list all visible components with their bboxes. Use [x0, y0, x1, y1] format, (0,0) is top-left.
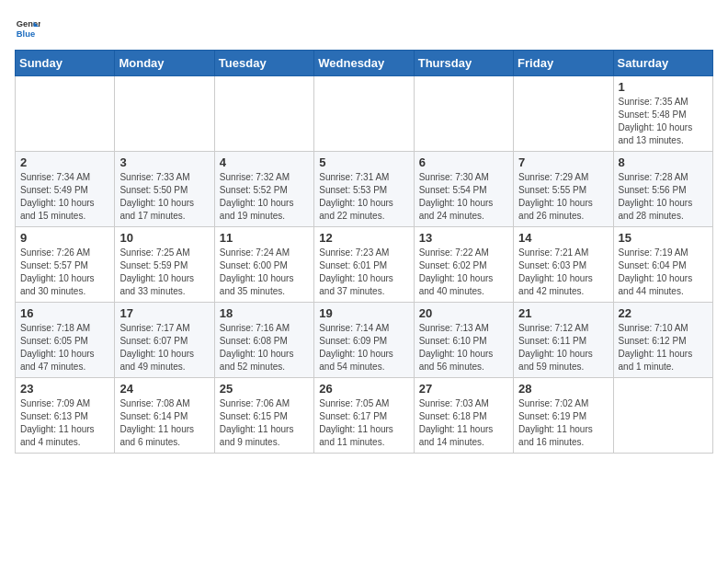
day-info: Sunrise: 7:32 AM Sunset: 5:52 PM Dayligh…	[220, 171, 309, 223]
calendar: SundayMondayTuesdayWednesdayThursdayFrid…	[15, 50, 713, 454]
day-number: 20	[419, 306, 508, 320]
day-number: 25	[220, 382, 309, 396]
calendar-cell: 17Sunrise: 7:17 AM Sunset: 6:07 PM Dayli…	[115, 303, 214, 378]
calendar-cell	[214, 76, 313, 152]
calendar-cell: 19Sunrise: 7:14 AM Sunset: 6:09 PM Dayli…	[314, 303, 414, 378]
day-number: 23	[20, 382, 109, 396]
day-info: Sunrise: 7:26 AM Sunset: 5:57 PM Dayligh…	[20, 247, 109, 298]
day-number: 6	[419, 155, 508, 169]
calendar-cell: 5Sunrise: 7:31 AM Sunset: 5:53 PM Daylig…	[314, 152, 414, 227]
day-number: 27	[419, 382, 508, 396]
svg-text:Blue: Blue	[17, 29, 35, 39]
day-number: 17	[119, 306, 209, 320]
calendar-cell: 18Sunrise: 7:16 AM Sunset: 6:08 PM Dayli…	[214, 303, 313, 378]
calendar-cell: 3Sunrise: 7:33 AM Sunset: 5:50 PM Daylig…	[115, 152, 214, 227]
day-number: 7	[518, 155, 608, 169]
day-number: 24	[119, 382, 209, 396]
weekday-header-row: SundayMondayTuesdayWednesdayThursdayFrid…	[16, 51, 713, 76]
day-number: 22	[619, 306, 708, 320]
day-info: Sunrise: 7:17 AM Sunset: 6:07 PM Dayligh…	[119, 322, 209, 373]
day-number: 9	[20, 231, 109, 245]
calendar-cell: 12Sunrise: 7:23 AM Sunset: 6:01 PM Dayli…	[314, 227, 414, 303]
day-info: Sunrise: 7:05 AM Sunset: 6:17 PM Dayligh…	[319, 397, 408, 449]
day-number: 10	[119, 231, 209, 245]
calendar-cell	[414, 76, 513, 152]
calendar-cell: 7Sunrise: 7:29 AM Sunset: 5:55 PM Daylig…	[514, 152, 613, 227]
day-number: 18	[220, 306, 309, 320]
calendar-cell	[115, 76, 214, 152]
day-info: Sunrise: 7:30 AM Sunset: 5:54 PM Dayligh…	[419, 171, 508, 223]
day-number: 13	[419, 231, 508, 245]
calendar-cell: 21Sunrise: 7:12 AM Sunset: 6:11 PM Dayli…	[514, 303, 613, 378]
week-row-3: 9Sunrise: 7:26 AM Sunset: 5:57 PM Daylig…	[16, 227, 713, 303]
calendar-cell: 28Sunrise: 7:02 AM Sunset: 6:19 PM Dayli…	[514, 378, 613, 454]
day-number: 3	[119, 155, 209, 169]
week-row-1: 1Sunrise: 7:35 AM Sunset: 5:48 PM Daylig…	[16, 76, 713, 152]
day-info: Sunrise: 7:13 AM Sunset: 6:10 PM Dayligh…	[419, 322, 508, 373]
day-number: 1	[619, 80, 708, 94]
calendar-cell: 20Sunrise: 7:13 AM Sunset: 6:10 PM Dayli…	[414, 303, 513, 378]
calendar-cell: 23Sunrise: 7:09 AM Sunset: 6:13 PM Dayli…	[16, 378, 115, 454]
calendar-cell: 4Sunrise: 7:32 AM Sunset: 5:52 PM Daylig…	[214, 152, 313, 227]
calendar-cell: 26Sunrise: 7:05 AM Sunset: 6:17 PM Dayli…	[314, 378, 414, 454]
day-info: Sunrise: 7:23 AM Sunset: 6:01 PM Dayligh…	[319, 247, 408, 298]
weekday-header-friday: Friday	[514, 51, 613, 76]
day-info: Sunrise: 7:10 AM Sunset: 6:12 PM Dayligh…	[619, 322, 708, 373]
calendar-cell: 11Sunrise: 7:24 AM Sunset: 6:00 PM Dayli…	[214, 227, 313, 303]
calendar-cell	[613, 378, 712, 454]
calendar-cell	[514, 76, 613, 152]
day-info: Sunrise: 7:16 AM Sunset: 6:08 PM Dayligh…	[220, 322, 309, 373]
day-info: Sunrise: 7:29 AM Sunset: 5:55 PM Dayligh…	[518, 171, 608, 223]
day-info: Sunrise: 7:21 AM Sunset: 6:03 PM Dayligh…	[518, 247, 608, 298]
day-info: Sunrise: 7:09 AM Sunset: 6:13 PM Dayligh…	[20, 397, 109, 449]
day-info: Sunrise: 7:25 AM Sunset: 5:59 PM Dayligh…	[119, 247, 209, 298]
day-info: Sunrise: 7:33 AM Sunset: 5:50 PM Dayligh…	[119, 171, 209, 223]
day-info: Sunrise: 7:34 AM Sunset: 5:49 PM Dayligh…	[20, 171, 109, 223]
weekday-header-thursday: Thursday	[414, 51, 513, 76]
day-info: Sunrise: 7:14 AM Sunset: 6:09 PM Dayligh…	[319, 322, 408, 373]
day-info: Sunrise: 7:19 AM Sunset: 6:04 PM Dayligh…	[619, 247, 708, 298]
logo-icon: General Blue	[15, 15, 40, 40]
weekday-header-wednesday: Wednesday	[314, 51, 414, 76]
calendar-cell: 25Sunrise: 7:06 AM Sunset: 6:15 PM Dayli…	[214, 378, 313, 454]
day-number: 15	[619, 231, 708, 245]
calendar-cell: 24Sunrise: 7:08 AM Sunset: 6:14 PM Dayli…	[115, 378, 214, 454]
day-number: 16	[20, 306, 109, 320]
week-row-5: 23Sunrise: 7:09 AM Sunset: 6:13 PM Dayli…	[16, 378, 713, 454]
day-info: Sunrise: 7:02 AM Sunset: 6:19 PM Dayligh…	[518, 397, 608, 449]
day-number: 19	[319, 306, 408, 320]
day-info: Sunrise: 7:03 AM Sunset: 6:18 PM Dayligh…	[419, 397, 508, 449]
svg-text:General: General	[17, 19, 40, 29]
day-number: 11	[220, 231, 309, 245]
calendar-cell: 13Sunrise: 7:22 AM Sunset: 6:02 PM Dayli…	[414, 227, 513, 303]
calendar-cell: 27Sunrise: 7:03 AM Sunset: 6:18 PM Dayli…	[414, 378, 513, 454]
day-number: 5	[319, 155, 408, 169]
day-info: Sunrise: 7:31 AM Sunset: 5:53 PM Dayligh…	[319, 171, 408, 223]
day-info: Sunrise: 7:22 AM Sunset: 6:02 PM Dayligh…	[419, 247, 508, 298]
calendar-cell: 15Sunrise: 7:19 AM Sunset: 6:04 PM Dayli…	[613, 227, 712, 303]
day-info: Sunrise: 7:06 AM Sunset: 6:15 PM Dayligh…	[220, 397, 309, 449]
calendar-cell: 9Sunrise: 7:26 AM Sunset: 5:57 PM Daylig…	[16, 227, 115, 303]
logo: General Blue	[15, 15, 44, 40]
day-number: 2	[20, 155, 109, 169]
calendar-cell: 10Sunrise: 7:25 AM Sunset: 5:59 PM Dayli…	[115, 227, 214, 303]
calendar-cell: 6Sunrise: 7:30 AM Sunset: 5:54 PM Daylig…	[414, 152, 513, 227]
page-header: General Blue	[15, 15, 713, 40]
weekday-header-sunday: Sunday	[16, 51, 115, 76]
week-row-2: 2Sunrise: 7:34 AM Sunset: 5:49 PM Daylig…	[16, 152, 713, 227]
calendar-cell: 14Sunrise: 7:21 AM Sunset: 6:03 PM Dayli…	[514, 227, 613, 303]
day-info: Sunrise: 7:24 AM Sunset: 6:00 PM Dayligh…	[220, 247, 309, 298]
day-info: Sunrise: 7:35 AM Sunset: 5:48 PM Dayligh…	[619, 96, 708, 147]
calendar-cell: 22Sunrise: 7:10 AM Sunset: 6:12 PM Dayli…	[613, 303, 712, 378]
calendar-cell: 2Sunrise: 7:34 AM Sunset: 5:49 PM Daylig…	[16, 152, 115, 227]
day-number: 12	[319, 231, 408, 245]
day-info: Sunrise: 7:12 AM Sunset: 6:11 PM Dayligh…	[518, 322, 608, 373]
calendar-cell	[16, 76, 115, 152]
calendar-cell: 8Sunrise: 7:28 AM Sunset: 5:56 PM Daylig…	[613, 152, 712, 227]
day-number: 21	[518, 306, 608, 320]
weekday-header-monday: Monday	[115, 51, 214, 76]
day-info: Sunrise: 7:18 AM Sunset: 6:05 PM Dayligh…	[20, 322, 109, 373]
day-info: Sunrise: 7:28 AM Sunset: 5:56 PM Dayligh…	[619, 171, 708, 223]
day-number: 14	[518, 231, 608, 245]
weekday-header-saturday: Saturday	[613, 51, 712, 76]
